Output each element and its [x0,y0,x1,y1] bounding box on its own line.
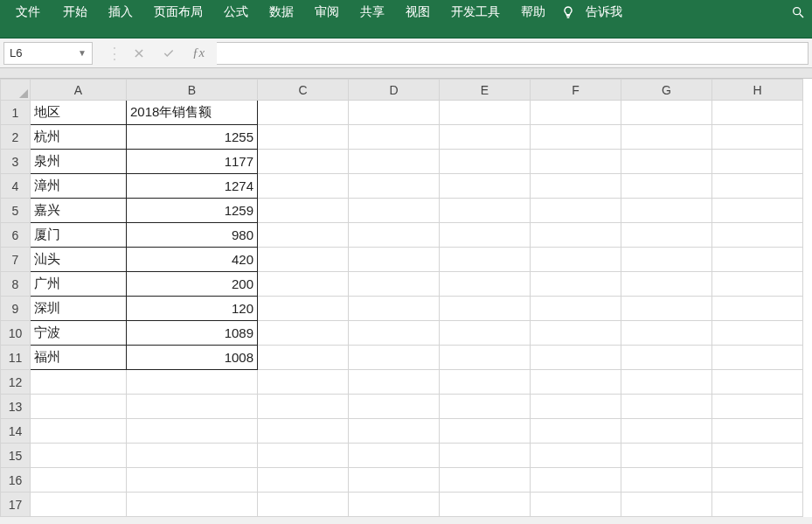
col-header-E[interactable]: E [440,80,531,101]
cell-F4[interactable] [531,174,621,199]
cell-D14[interactable] [349,419,440,444]
cell-D13[interactable] [349,395,440,419]
cell-C10[interactable] [258,321,349,346]
cell-E2[interactable] [440,125,531,150]
cell-E8[interactable] [440,272,531,297]
cell-H15[interactable] [712,444,803,468]
chevron-down-icon[interactable]: ▼ [78,48,87,58]
row-header[interactable]: 8 [1,272,31,297]
row-header[interactable]: 17 [1,493,31,517]
cell-F5[interactable] [531,199,621,223]
cell-B2[interactable]: 1255 [127,125,258,150]
cell-F6[interactable] [531,223,621,248]
ribbon-tab-home[interactable]: 开始 [52,1,98,24]
cell-B10[interactable]: 1089 [127,321,258,346]
cell-F8[interactable] [531,272,621,297]
col-header-F[interactable]: F [531,80,621,101]
row-header[interactable]: 12 [1,370,31,395]
cell-H9[interactable] [712,297,803,321]
cell-F2[interactable] [531,125,621,150]
cell-D2[interactable] [349,125,440,150]
cell-F13[interactable] [531,395,621,419]
row-header[interactable]: 6 [1,223,31,248]
cell-D7[interactable] [349,248,440,272]
col-header-D[interactable]: D [349,80,440,101]
cell-H4[interactable] [712,174,803,199]
cell-C3[interactable] [258,150,349,174]
row-header[interactable]: 4 [1,174,31,199]
ribbon-tab-insert[interactable]: 插入 [98,1,143,24]
col-header-G[interactable]: G [621,80,712,101]
cell-F9[interactable] [531,297,621,321]
cell-B3[interactable]: 1177 [127,150,258,174]
cell-E16[interactable] [440,468,531,493]
cell-B7[interactable]: 420 [127,248,258,272]
cell-G3[interactable] [621,150,712,174]
col-header-A[interactable]: A [31,80,127,101]
cell-D16[interactable] [349,468,440,493]
cell-H8[interactable] [712,272,803,297]
cell-G15[interactable] [621,444,712,468]
row-header[interactable]: 5 [1,199,31,223]
cell-G17[interactable] [621,493,712,517]
cell-G10[interactable] [621,321,712,346]
cell-B12[interactable] [127,370,258,395]
cell-G5[interactable] [621,199,712,223]
cell-H1[interactable] [712,101,803,125]
cell-C2[interactable] [258,125,349,150]
cell-D3[interactable] [349,150,440,174]
cell-D17[interactable] [349,493,440,517]
row-header[interactable]: 14 [1,419,31,444]
cell-A4[interactable]: 漳州 [31,174,127,199]
cell-H14[interactable] [712,419,803,444]
cell-F12[interactable] [531,370,621,395]
cell-E17[interactable] [440,493,531,517]
cell-D5[interactable] [349,199,440,223]
cell-E3[interactable] [440,150,531,174]
cell-B4[interactable]: 1274 [127,174,258,199]
cell-B16[interactable] [127,468,258,493]
cell-E10[interactable] [440,321,531,346]
cell-C6[interactable] [258,223,349,248]
row-header[interactable]: 1 [1,101,31,125]
cell-F14[interactable] [531,419,621,444]
cell-F15[interactable] [531,444,621,468]
cell-H17[interactable] [712,493,803,517]
cell-C15[interactable] [258,444,349,468]
cell-C7[interactable] [258,248,349,272]
cell-C12[interactable] [258,370,349,395]
cell-C13[interactable] [258,395,349,419]
cell-A16[interactable] [31,468,127,493]
ribbon-tab-view[interactable]: 视图 [395,1,441,24]
cell-B11[interactable]: 1008 [127,346,258,370]
cell-G14[interactable] [621,419,712,444]
cell-G1[interactable] [621,101,712,125]
cell-G11[interactable] [621,346,712,370]
cell-H13[interactable] [712,395,803,419]
cell-H6[interactable] [712,223,803,248]
cell-H5[interactable] [712,199,803,223]
search-icon[interactable] [791,5,809,19]
cell-A17[interactable] [31,493,127,517]
cell-B17[interactable] [127,493,258,517]
cell-G12[interactable] [621,370,712,395]
cell-B15[interactable] [127,444,258,468]
ribbon-tab-pagelayout[interactable]: 页面布局 [143,1,213,24]
cell-B8[interactable]: 200 [127,272,258,297]
cell-A2[interactable]: 杭州 [31,125,127,150]
cell-A6[interactable]: 厦门 [31,223,127,248]
cell-B13[interactable] [127,395,258,419]
cell-G6[interactable] [621,223,712,248]
cell-F17[interactable] [531,493,621,517]
cell-A7[interactable]: 汕头 [31,248,127,272]
cell-E1[interactable] [440,101,531,125]
row-header[interactable]: 13 [1,395,31,419]
tell-me-search[interactable]: 告诉我 [579,1,629,24]
select-all-corner[interactable] [1,80,31,101]
cell-G4[interactable] [621,174,712,199]
cell-D10[interactable] [349,321,440,346]
ribbon-tab-review[interactable]: 审阅 [304,1,350,24]
ribbon-tab-help[interactable]: 帮助 [510,1,556,24]
cell-E5[interactable] [440,199,531,223]
cell-B1[interactable]: 2018年销售额 [127,101,258,125]
